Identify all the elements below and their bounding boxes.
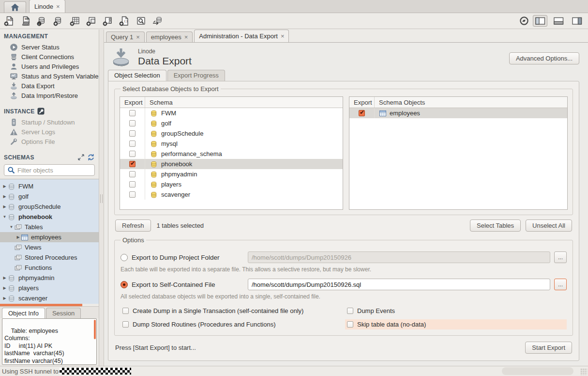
table-row-scavenger[interactable]: scavenger bbox=[120, 189, 343, 200]
tree-expand-icon[interactable]: ▶ bbox=[2, 194, 7, 199]
export-checkbox-mysql[interactable] bbox=[129, 141, 136, 147]
table-row-phpmyadmin[interactable]: phpmyadmin bbox=[120, 169, 343, 179]
horizontal-scrollbar[interactable] bbox=[502, 367, 573, 375]
tree-expand-icon[interactable]: ▶ bbox=[2, 286, 7, 290]
connection-tab[interactable]: Linode × bbox=[29, 0, 65, 13]
select-tables-button[interactable]: Select Tables bbox=[470, 219, 521, 232]
export-checkbox-golf[interactable] bbox=[129, 120, 136, 126]
option-skip-table-data-no-data-[interactable]: Skip table data (no-data) bbox=[345, 319, 567, 329]
close-icon[interactable]: × bbox=[56, 3, 60, 10]
tree-item-views[interactable]: Views bbox=[0, 242, 99, 252]
tree-expand-icon[interactable]: ▶ bbox=[2, 296, 7, 300]
doc-tab-query-1[interactable]: Query 1× bbox=[106, 31, 145, 42]
tree-expand-icon[interactable]: ▶ bbox=[2, 184, 7, 188]
sidebar-item-data-export[interactable]: Data Export bbox=[0, 81, 99, 91]
tree-item-stored-procedures[interactable]: Stored Procedures bbox=[0, 252, 99, 263]
tree-item-employees[interactable]: ▶employees bbox=[0, 232, 99, 242]
advanced-options-button[interactable]: Advanced Options... bbox=[509, 52, 579, 64]
table-row-groupSchedule[interactable]: groupSchedule bbox=[120, 128, 343, 139]
export-checkbox-FWM[interactable] bbox=[129, 110, 136, 116]
sidebar-item-users-and-privileges[interactable]: Users and Privileges bbox=[0, 62, 99, 71]
sidebar-item-data-import-restore[interactable]: Data Import/Restore bbox=[0, 91, 99, 100]
tab-object-selection[interactable]: Object Selection bbox=[108, 70, 166, 81]
start-export-button[interactable]: Start Export bbox=[525, 342, 572, 354]
option-create-dump-in-a-single-transaction-self[interactable]: Create Dump in a Single Transaction (sel… bbox=[121, 306, 345, 316]
create-stored-procedure-icon[interactable] bbox=[103, 16, 113, 26]
dump-folder-browse-button[interactable]: ... bbox=[554, 251, 567, 263]
unselect-all-button[interactable]: Unselect All bbox=[526, 219, 572, 232]
export-checkbox-phpmyadmin[interactable] bbox=[129, 171, 136, 177]
tab-export-progress[interactable]: Export Progress bbox=[167, 70, 225, 81]
tab-session[interactable]: Session bbox=[46, 308, 81, 318]
refresh-schemas-icon[interactable] bbox=[87, 154, 95, 161]
export-checkbox-performance_schema[interactable] bbox=[129, 151, 136, 157]
toggle-right-sidebar-button[interactable] bbox=[570, 15, 584, 27]
tree-item-functions[interactable]: Functions bbox=[0, 263, 99, 273]
export-checkbox-groupSchedule[interactable] bbox=[129, 130, 136, 137]
export-checkbox-employees[interactable] bbox=[359, 110, 365, 116]
toggle-left-sidebar-button[interactable] bbox=[533, 15, 547, 27]
schema-filter-input[interactable] bbox=[17, 167, 103, 174]
table-row-players[interactable]: players bbox=[120, 179, 343, 189]
checkbox[interactable] bbox=[347, 321, 353, 328]
tree-item-phonebook[interactable]: ▼phonebook bbox=[0, 212, 99, 222]
reconnect-database-icon[interactable] bbox=[152, 16, 164, 26]
search-table-data-icon[interactable] bbox=[136, 16, 146, 26]
inspect-database-icon[interactable]: i bbox=[37, 16, 47, 26]
toggle-bottom-panel-button[interactable] bbox=[551, 15, 566, 27]
sidebar-item-server-status[interactable]: Server Status bbox=[0, 42, 99, 52]
close-icon[interactable]: × bbox=[184, 33, 188, 41]
tree-item-tables[interactable]: ▼Tables bbox=[0, 222, 99, 232]
export-checkbox-phonebook[interactable] bbox=[129, 161, 136, 167]
tree-item-golf[interactable]: ▶golf bbox=[0, 191, 99, 202]
table-row-employees[interactable]: employees bbox=[349, 108, 567, 118]
window-resize-grip[interactable] bbox=[580, 368, 587, 375]
close-icon[interactable]: × bbox=[136, 33, 140, 41]
instance-config-icon[interactable] bbox=[37, 108, 45, 115]
doc-tab-employees[interactable]: employees× bbox=[146, 31, 193, 42]
self-contained-file-path-input[interactable] bbox=[248, 279, 550, 290]
option-dump-events[interactable]: Dump Events bbox=[345, 306, 567, 316]
sidebar-item-status-and-system-variables[interactable]: Status and System Variables bbox=[0, 71, 99, 81]
expand-schemas-icon[interactable] bbox=[77, 154, 85, 161]
checkbox[interactable] bbox=[347, 308, 353, 314]
table-row-mysql[interactable]: mysql bbox=[120, 139, 343, 149]
tree-item-fwm[interactable]: ▶FWM bbox=[0, 181, 99, 191]
new-sql-tab-icon[interactable]: SQL bbox=[4, 16, 15, 26]
sidebar-splitter[interactable] bbox=[99, 30, 104, 366]
checkbox[interactable] bbox=[122, 308, 129, 314]
doc-tab-administration-data-export[interactable]: Administration - Data Export× bbox=[194, 30, 289, 42]
tree-item-phpmyadmin[interactable]: ▶phpmyadmin bbox=[0, 273, 99, 283]
create-schema-icon[interactable] bbox=[53, 16, 64, 26]
table-row-golf[interactable]: golf bbox=[120, 118, 343, 128]
tree-expand-icon[interactable]: ▶ bbox=[2, 276, 7, 280]
dump-project-folder-path-input[interactable] bbox=[248, 251, 550, 263]
object-info-scrollbar[interactable] bbox=[94, 320, 96, 339]
refresh-button[interactable]: Refresh bbox=[115, 219, 151, 232]
checkbox[interactable] bbox=[122, 321, 129, 328]
table-row-FWM[interactable]: FWM bbox=[120, 108, 343, 118]
tree-item-players[interactable]: ▶players bbox=[0, 283, 99, 293]
close-icon[interactable]: × bbox=[281, 32, 285, 40]
tree-expand-icon[interactable]: ▶ bbox=[2, 204, 7, 209]
sidebar-item-client-connections[interactable]: Client Connections bbox=[0, 52, 99, 62]
dump-project-folder-radio[interactable] bbox=[121, 254, 128, 261]
self-contained-file-radio[interactable] bbox=[121, 281, 128, 288]
export-checkbox-scavenger[interactable] bbox=[129, 191, 136, 198]
open-sql-script-icon[interactable]: SQL bbox=[20, 16, 31, 26]
table-row-performance_schema[interactable]: performance_schema bbox=[120, 149, 343, 159]
export-checkbox-players[interactable] bbox=[129, 181, 136, 188]
self-contained-browse-button[interactable]: ... bbox=[554, 279, 567, 290]
create-view-icon[interactable] bbox=[86, 16, 97, 26]
tree-item-groupschedule[interactable]: ▶groupSchedule bbox=[0, 202, 99, 212]
create-table-icon[interactable] bbox=[70, 16, 80, 26]
tree-expand-icon[interactable]: ▶ bbox=[15, 235, 21, 239]
option-dump-stored-routines-procedures-and-func[interactable]: Dump Stored Routines (Procedures and Fun… bbox=[121, 319, 345, 329]
home-tab[interactable] bbox=[4, 1, 26, 13]
tree-collapse-icon[interactable]: ▼ bbox=[9, 225, 14, 229]
tab-object-info[interactable]: Object Info bbox=[2, 308, 45, 318]
tree-item-scavenger[interactable]: ▶scavenger bbox=[0, 293, 99, 303]
table-row-phonebook[interactable]: phonebook bbox=[120, 159, 343, 169]
create-function-icon[interactable]: () bbox=[119, 16, 130, 26]
tree-collapse-icon[interactable]: ▼ bbox=[2, 215, 7, 219]
